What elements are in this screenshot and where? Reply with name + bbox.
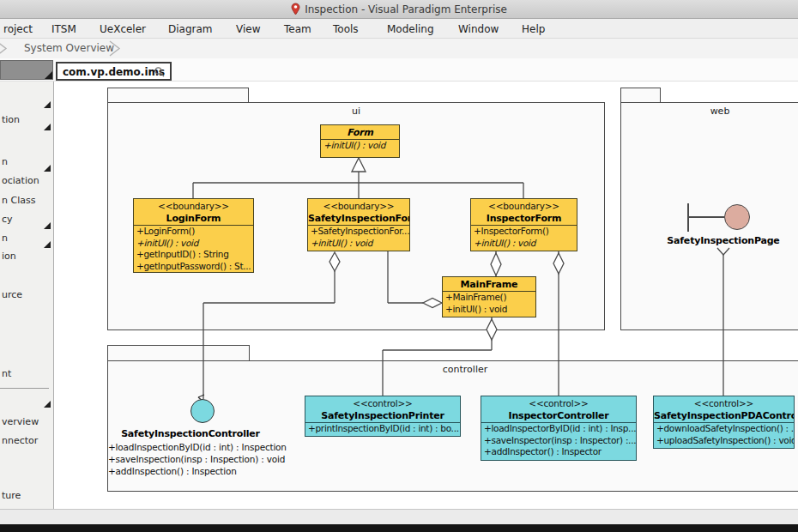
palette-tool-1[interactable]: tion [2, 114, 20, 125]
class-name: SafetyInspectionPrinter [305, 409, 460, 422]
menu-team[interactable]: Team [281, 21, 315, 37]
palette-tool-6[interactable]: n [2, 233, 8, 244]
menu-help[interactable]: Help [518, 21, 548, 37]
stereotype: <<boundary>> [134, 200, 253, 212]
palette-tool-2[interactable]: n [2, 156, 8, 167]
menu-project[interactable]: roject [0, 21, 36, 37]
class-operation: +initUI() : void [134, 238, 253, 250]
bottom-dock-strip [0, 524, 798, 532]
tool-corner-triangle[interactable] [44, 165, 51, 172]
class-operation: +initUI() : void [308, 238, 409, 250]
class-operation: +SafetyInspectionFor... [308, 226, 409, 238]
class-inspectorform[interactable]: <<boundary>> InspectorForm +InspectorFor… [470, 198, 577, 251]
menu-tools[interactable]: Tools [329, 21, 362, 37]
boundary-symbol-safetyinspectionpage[interactable] [724, 204, 750, 230]
class-operation: +uploadSafetyInspection() : void [654, 435, 794, 447]
palette-tool-3[interactable]: ociation [2, 175, 39, 186]
tool-corner-triangle[interactable] [44, 101, 51, 108]
class-header: <<boundary>> LoginForm [134, 199, 253, 226]
menu-modeling[interactable]: Modeling [384, 21, 438, 37]
menu-view[interactable]: View [233, 21, 263, 37]
class-operation: +addInspector() : Inspector [481, 446, 636, 458]
class-name: LoginForm [134, 212, 253, 225]
package-web-label: web [703, 106, 737, 117]
package-controller-label: controller [439, 364, 491, 375]
application-window: Inspection - Visual Paradigm Enterprise … [0, 0, 798, 532]
breadcrumb-current[interactable]: System Overview [24, 42, 114, 54]
class-safetyinspectionform[interactable]: <<boundary>> SafetyInspectionFor +Safety… [307, 198, 410, 251]
palette-tool-11[interactable]: verview [2, 416, 39, 427]
class-header: <<boundary>> InspectorForm [471, 199, 577, 226]
class-header: <<control>> InspectorController [481, 396, 636, 423]
class-operation: +getInputPassword() : St... [134, 261, 253, 273]
package-ui-tab[interactable] [107, 88, 249, 103]
symbol-operation: +loadInspectionByID(id : int) : Inspecti… [108, 442, 287, 452]
class-operation: +saveInspector(insp : Inspector) :... [481, 435, 636, 447]
class-header: <<control>> SafetyInspectionPrinter [305, 396, 460, 423]
class-operation: +InspectorForm() [471, 226, 577, 238]
symbol-operation: +addInspection() : Inspection [108, 466, 237, 476]
tool-corner-triangle[interactable] [44, 124, 51, 130]
menu-window[interactable]: Window [455, 21, 502, 37]
tool-corner-triangle[interactable] [44, 401, 51, 408]
class-mainframe[interactable]: MainFrame +MainFrame() +initUI() : void [442, 276, 536, 317]
menu-diagram[interactable]: Diagram [165, 21, 216, 37]
class-safetyinspectionprinter[interactable]: <<control>> SafetyInspectionPrinter +pri… [305, 396, 461, 437]
palette-tool-9[interactable]: nt [2, 368, 11, 379]
stereotype: <<boundary>> [471, 200, 577, 212]
class-header: <<control>> SafetyInspectionPDAControlle [654, 396, 794, 423]
class-operation: +downloadSafetyInspection() : ... [654, 423, 794, 435]
palette-tool-8[interactable]: urce [2, 289, 22, 300]
status-bar [0, 509, 798, 524]
class-loginform[interactable]: <<boundary>> LoginForm +LoginForm() +ini… [133, 198, 254, 273]
class-name: SafetyInspectionPDAControlle [654, 409, 794, 422]
menu-itsm[interactable]: ITSM [48, 21, 80, 37]
class-operation: +initUI() : void [471, 238, 577, 250]
boundary-symbol-bar [688, 216, 724, 218]
class-operation: +initUI() : void [443, 304, 535, 316]
window-title: Inspection - Visual Paradigm Enterprise [305, 3, 507, 15]
diagram-tool-palette: tion n ociation n Class cy n ion urce nt… [0, 82, 54, 509]
control-symbol-safetyinspectioncontroller[interactable] [190, 399, 215, 423]
stereotype: <<control>> [305, 397, 460, 409]
control-symbol-label: SafetyInspectionController [96, 428, 285, 439]
class-name: MainFrame [443, 278, 535, 291]
package-ui-label: ui [108, 106, 604, 117]
tab-strip: com.vp.demo.ims [0, 58, 798, 82]
menu-uexceler[interactable]: UeXceler [96, 21, 149, 37]
boundary-symbol-label: SafetyInspectionPage [655, 235, 792, 246]
class-operation: +loadInspectorByID(id : int) : Insp... [481, 423, 636, 435]
class-safetyinspectionpdacontroller[interactable]: <<control>> SafetyInspectionPDAControlle… [653, 396, 795, 449]
palette-tool-12[interactable]: nnector [2, 435, 38, 446]
class-operation: +LoginForm() [134, 226, 253, 238]
app-pin-icon [291, 3, 300, 15]
menu-bar: roject ITSM UeXceler Diagram View Team T… [0, 19, 798, 39]
class-operation: +MainFrame() [443, 292, 535, 304]
stereotype: <<control>> [481, 397, 636, 409]
class-name: SafetyInspectionFor [308, 212, 409, 225]
stereotype: <<boundary>> [308, 200, 409, 212]
package-controller-tab[interactable] [107, 345, 250, 361]
class-header: <<boundary>> SafetyInspectionFor [308, 199, 409, 226]
tool-corner-triangle[interactable] [44, 241, 51, 248]
breadcrumb: System Overview [0, 39, 798, 58]
palette-tool-5[interactable]: cy [2, 214, 13, 225]
model-thumbnail-box[interactable] [0, 60, 53, 80]
class-name: InspectorForm [471, 212, 577, 225]
class-inspectorcontroller[interactable]: <<control>> InspectorController +loadIns… [481, 396, 637, 461]
package-web-tab[interactable] [620, 88, 661, 103]
palette-tool-13[interactable]: ture [2, 490, 21, 501]
palette-tool-4[interactable]: n Class [2, 195, 35, 206]
class-operation: +printInspectionByID(id : int) : bo... [305, 423, 460, 435]
tool-corner-triangle[interactable] [44, 222, 51, 229]
class-header: MainFrame [443, 277, 535, 292]
title-bar: Inspection - Visual Paradigm Enterprise [0, 0, 798, 19]
class-form[interactable]: Form +initUI() : void [320, 124, 400, 158]
palette-divider [0, 388, 49, 389]
class-operation: +getInputID() : String [134, 249, 253, 261]
class-name: InspectorController [481, 409, 636, 422]
boundary-symbol-bar [687, 203, 689, 232]
palette-tool-7[interactable]: ion [2, 251, 16, 262]
magnifier-icon[interactable] [154, 66, 166, 78]
fold-corner-icon [45, 71, 52, 79]
